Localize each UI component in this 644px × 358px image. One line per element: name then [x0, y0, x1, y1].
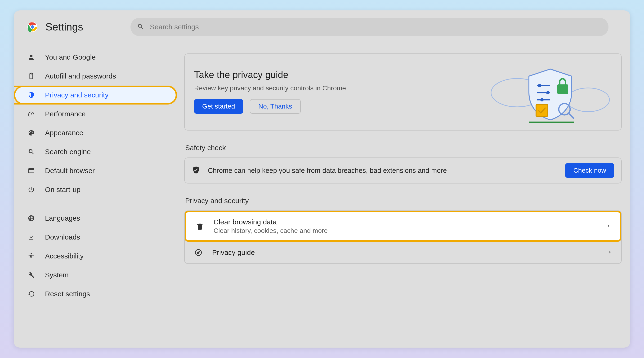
compass-icon: [193, 247, 204, 258]
sidebar-item-appearance[interactable]: Appearance: [14, 123, 184, 142]
svg-rect-12: [536, 105, 548, 116]
sidebar-item-label: Downloads: [45, 233, 80, 241]
row-privacy-guide[interactable]: Privacy guide: [185, 242, 621, 263]
sidebar: You and Google Autofill and passwords Pr…: [14, 39, 184, 348]
sidebar-item-label: Default browser: [45, 167, 95, 175]
privacy-guide-illustration-icon: [489, 62, 612, 121]
sidebar-item-reset[interactable]: Reset settings: [14, 284, 184, 303]
sidebar-item-search-engine[interactable]: Search engine: [14, 142, 184, 161]
svg-point-6: [538, 84, 541, 87]
sidebar-item-label: On start-up: [45, 186, 80, 194]
search-icon: [27, 148, 36, 156]
browser-icon: [27, 167, 36, 175]
privacy-guide-title: Take the privacy guide: [194, 69, 479, 80]
settings-window: Settings You and Google Autofill and pas…: [14, 10, 630, 348]
trash-icon: [194, 221, 205, 231]
sidebar-item-startup[interactable]: On start-up: [14, 180, 184, 199]
sidebar-item-label: Accessibility: [45, 252, 84, 260]
sidebar-item-privacy[interactable]: Privacy and security: [14, 86, 177, 105]
shield-check-icon: [192, 166, 200, 175]
sidebar-item-system[interactable]: System: [14, 266, 184, 284]
wrench-icon: [27, 271, 36, 279]
download-icon: [27, 233, 36, 241]
topbar: Settings: [14, 10, 630, 39]
chevron-right-icon: [606, 223, 611, 229]
sidebar-item-label: Search engine: [45, 148, 91, 156]
sidebar-item-performance[interactable]: Performance: [14, 105, 184, 123]
row-title: Clear browsing data: [214, 218, 606, 226]
body: You and Google Autofill and passwords Pr…: [14, 39, 630, 348]
no-thanks-button[interactable]: No, Thanks: [250, 99, 301, 114]
row-subtitle: Clear history, cookies, cache and more: [214, 227, 606, 235]
row-text: Clear browsing data Clear history, cooki…: [214, 218, 606, 235]
palette-icon: [27, 129, 36, 137]
chevron-right-icon: [608, 249, 613, 256]
sidebar-item-default-browser[interactable]: Default browser: [14, 161, 184, 180]
speedometer-icon: [27, 110, 36, 118]
sidebar-item-label: Privacy and security: [45, 91, 108, 99]
page-title: Settings: [46, 21, 83, 33]
safety-check-card: Chrome can help keep you safe from data …: [184, 158, 622, 183]
sidebar-item-languages[interactable]: Languages: [14, 209, 184, 228]
sidebar-item-label: Autofill and passwords: [45, 72, 116, 80]
row-clear-browsing-data[interactable]: Clear browsing data Clear history, cooki…: [185, 211, 621, 242]
svg-point-8: [546, 91, 550, 94]
privacy-guide-subtitle: Review key privacy and security controls…: [194, 84, 479, 92]
sidebar-item-downloads[interactable]: Downloads: [14, 228, 184, 247]
sidebar-item-label: System: [45, 271, 69, 279]
sidebar-item-label: Reset settings: [45, 290, 90, 298]
search-settings[interactable]: [130, 18, 608, 36]
privacy-guide-card: Take the privacy guide Review key privac…: [184, 53, 622, 131]
get-started-button[interactable]: Get started: [194, 99, 243, 114]
privacy-rows-card: Clear browsing data Clear history, cooki…: [184, 210, 622, 264]
globe-icon: [27, 214, 36, 222]
safety-check-message: Chrome can help keep you safe from data …: [208, 167, 447, 175]
sidebar-divider: [14, 204, 184, 204]
svg-point-4: [567, 88, 610, 112]
sidebar-item-label: Languages: [45, 214, 80, 222]
row-title: Privacy guide: [212, 248, 608, 257]
sidebar-item-you-google[interactable]: You and Google: [14, 48, 184, 67]
search-input[interactable]: [150, 23, 602, 31]
sidebar-item-autofill[interactable]: Autofill and passwords: [14, 67, 184, 86]
svg-rect-11: [557, 84, 568, 94]
sidebar-item-label: Appearance: [45, 129, 83, 137]
clipboard-icon: [27, 72, 36, 80]
sidebar-item-accessibility[interactable]: Accessibility: [14, 247, 184, 266]
shield-icon: [27, 91, 36, 99]
chrome-logo-icon: [27, 21, 38, 32]
accessibility-icon: [27, 252, 36, 260]
search-icon: [137, 23, 150, 31]
sidebar-item-label: Performance: [45, 110, 86, 118]
sidebar-item-label: You and Google: [45, 53, 96, 61]
svg-line-14: [569, 114, 574, 119]
privacy-section-title: Privacy and security: [185, 197, 622, 205]
main-content: Take the privacy guide Review key privac…: [184, 39, 630, 348]
person-icon: [27, 53, 36, 61]
safety-check-section-title: Safety check: [185, 144, 622, 152]
restore-icon: [27, 290, 36, 298]
check-now-button[interactable]: Check now: [565, 163, 614, 178]
svg-point-10: [540, 98, 544, 101]
privacy-guide-text: Take the privacy guide Review key privac…: [194, 69, 479, 114]
row-text: Privacy guide: [212, 248, 608, 257]
power-icon: [27, 185, 36, 194]
